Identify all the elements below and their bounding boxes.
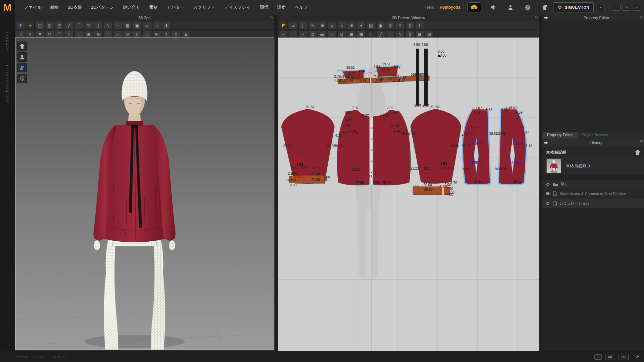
fold-arrange-tool-icon[interactable]: ⌒	[55, 31, 64, 38]
texture-edit2-tool-icon[interactable]: ▩	[357, 31, 366, 38]
flatten-tool-icon[interactable]: ▲	[181, 31, 190, 38]
restore-button[interactable]: ⧉	[622, 4, 631, 11]
history-row-simulation[interactable]: シミュレーション	[542, 198, 644, 208]
shirt-solid-tool-icon[interactable]: ▣	[133, 22, 142, 29]
lift-top-tool-icon[interactable]: ⇪	[172, 31, 180, 38]
fuse-tool-icon[interactable]: ∪	[133, 31, 142, 38]
grid-texture2-tool-icon[interactable]: ▤	[425, 31, 434, 38]
grid-texture-tool-icon[interactable]: ▦	[415, 31, 424, 38]
cloud-account-button[interactable]: c	[467, 2, 481, 12]
base-dart-tool-icon[interactable]: ▯	[406, 22, 414, 29]
zipper-tool-icon[interactable]: ⋮	[74, 31, 83, 38]
mn-sewing-tool-icon[interactable]: ∼	[299, 31, 307, 38]
belt-strip-1[interactable]	[416, 49, 419, 106]
pin-tool-tool-icon[interactable]: ✕	[36, 31, 44, 38]
detach-panel-icon[interactable]: ⧉	[270, 15, 273, 19]
pick-tool-tool-icon[interactable]: ⌖	[26, 31, 35, 38]
gizmo-box-tool-icon[interactable]: ◰	[55, 22, 64, 29]
edit-pattern-tool-icon[interactable]: ⊿	[289, 22, 298, 29]
hatch-line-tool-icon[interactable]: ∥	[406, 31, 414, 38]
fold-3d-tool-icon[interactable]: ⊔	[337, 31, 346, 38]
polygon-tool-icon[interactable]: ⌂	[337, 22, 346, 29]
garment-record-icon[interactable]	[634, 149, 641, 155]
history-row-move[interactable]: Move Avatar & Garment to Start Position	[542, 189, 644, 198]
detach-panel-icon[interactable]: ⧉	[640, 15, 643, 19]
detach-panel-icon[interactable]: ⧉	[535, 15, 538, 19]
garment-fit-tool-icon[interactable]: ▽	[84, 22, 93, 29]
scissors-tool-icon[interactable]: ✂	[45, 31, 54, 38]
tape-circumference-tool-icon[interactable]: ○	[152, 22, 161, 29]
lift-up-tool-icon[interactable]: ⇧	[162, 31, 171, 38]
internal-line-tool-icon[interactable]: ╱	[376, 31, 385, 38]
button-tool-tool-icon[interactable]: ◉	[84, 31, 93, 38]
topstitch-tool-icon[interactable]: ∷	[104, 31, 112, 38]
sound-button[interactable]	[488, 3, 498, 11]
toggle-garment-button[interactable]	[17, 42, 27, 51]
inner-rect-tool-icon[interactable]: ▣	[376, 22, 385, 29]
split-view-button[interactable]	[594, 354, 602, 360]
inner-circle-tool-icon[interactable]: ◎	[386, 22, 395, 29]
library-dock-tab[interactable]: LIBRARY	[5, 32, 9, 53]
tab-object-browser[interactable]: Object Browser	[578, 132, 613, 138]
show-pins-tool-icon[interactable]: ✛	[367, 31, 375, 38]
transform-pattern-tool-icon[interactable]: ◤	[279, 22, 288, 29]
wave-line-tool-icon[interactable]: ∿	[396, 31, 405, 38]
free-sewing-tool-icon[interactable]: ¬	[289, 31, 298, 38]
library-book-button[interactable]	[17, 63, 27, 72]
rectangle-tool-icon[interactable]: ■	[347, 22, 356, 29]
texture-edit-tool-icon[interactable]: ▦	[347, 31, 356, 38]
sew-edit-tool-icon[interactable]: ≈	[113, 22, 122, 29]
pen-tool-tool-icon[interactable]: ╱	[65, 22, 73, 29]
iron-tool-icon[interactable]: ▬	[318, 31, 327, 38]
edit-curvature-tool-icon[interactable]: ∫	[299, 22, 307, 29]
menu-item-2[interactable]: 編集	[46, 3, 63, 12]
menu-item-6[interactable]: 素材	[145, 3, 162, 12]
pleats-tool-icon[interactable]: ‖	[415, 22, 424, 29]
menu-item-7[interactable]: アバター	[162, 3, 189, 12]
menu-item-12[interactable]: ヘルプ	[290, 3, 312, 12]
add-garment-button[interactable]	[540, 3, 550, 11]
tab-property-editor[interactable]: Property Editor	[542, 132, 578, 138]
menu-item-1[interactable]: ファイル	[19, 3, 46, 12]
account-button[interactable]	[505, 3, 516, 11]
menu-item-10[interactable]: 環境	[255, 3, 273, 12]
close-button[interactable]: ✕	[633, 4, 641, 11]
puckering-tool-icon[interactable]: ⊙	[123, 31, 132, 38]
seam-tape-tool-icon[interactable]: ═	[113, 31, 122, 38]
menu-item-4[interactable]: 2Dパターン	[87, 3, 119, 12]
view-2d-button[interactable]: 2D	[619, 354, 629, 360]
dashed-line-tool-icon[interactable]: ┄	[386, 31, 395, 38]
shirts-pair-tool-icon[interactable]: ▦	[123, 22, 132, 29]
edit-round-tool-icon[interactable]: ⊿	[328, 22, 336, 29]
wind-tool-icon[interactable]: ≈	[65, 31, 73, 38]
minimize-button[interactable]: –	[612, 4, 621, 11]
ruler-tool-icon[interactable]: ▮	[162, 22, 171, 29]
menu-item-3[interactable]: 3D衣装	[63, 3, 87, 12]
history-record-item[interactable]: 3D衣装記録_1	[542, 157, 644, 175]
rect-select-tool-icon[interactable]: ▢	[36, 22, 44, 29]
measure-tool-icon[interactable]: ↔	[143, 31, 151, 38]
dart-tool-icon[interactable]: ◊	[396, 22, 405, 29]
buttonhole-tool-icon[interactable]: ⊖	[94, 31, 103, 38]
view-3d-button[interactable]: 3D	[605, 354, 615, 360]
move-gizmo-tool-icon[interactable]: ✛	[26, 22, 35, 29]
sync-icon[interactable]: ⟳	[636, 354, 639, 359]
collapse-arrow-icon[interactable]	[544, 16, 548, 20]
arrange-left-tool-icon[interactable]: ⇤	[152, 31, 161, 38]
menu-item-5[interactable]: 縫い合せ	[118, 3, 145, 12]
add-point-tool-icon[interactable]: ⊕	[318, 22, 327, 29]
tuck-tool-icon[interactable]: ▽	[328, 31, 336, 38]
project-tab[interactable]: 56.Zprj	[15, 16, 274, 20]
menu-item-8[interactable]: スクリプト	[189, 3, 220, 12]
simulation-mode-button[interactable]: SIMULATION	[553, 2, 594, 12]
import-arrow-tool-icon[interactable]: ▼	[16, 22, 25, 29]
edit-curve-point-tool-icon[interactable]: ∿	[308, 22, 317, 29]
tape-curve-tool-icon[interactable]: ⌓	[143, 22, 151, 29]
circle-tool-icon[interactable]: ●	[357, 22, 366, 29]
configurator-dock-tab[interactable]: CONFIGURATOR	[5, 65, 9, 103]
avatar-pose-tool-icon[interactable]: ⊣	[16, 31, 25, 38]
toggle-head-button[interactable]	[17, 74, 27, 83]
transform-box-tool-icon[interactable]: ◱	[45, 22, 54, 29]
detach-panel-icon[interactable]: ⧉	[640, 139, 643, 143]
menu-item-9[interactable]: ディスプレイ	[220, 3, 255, 12]
